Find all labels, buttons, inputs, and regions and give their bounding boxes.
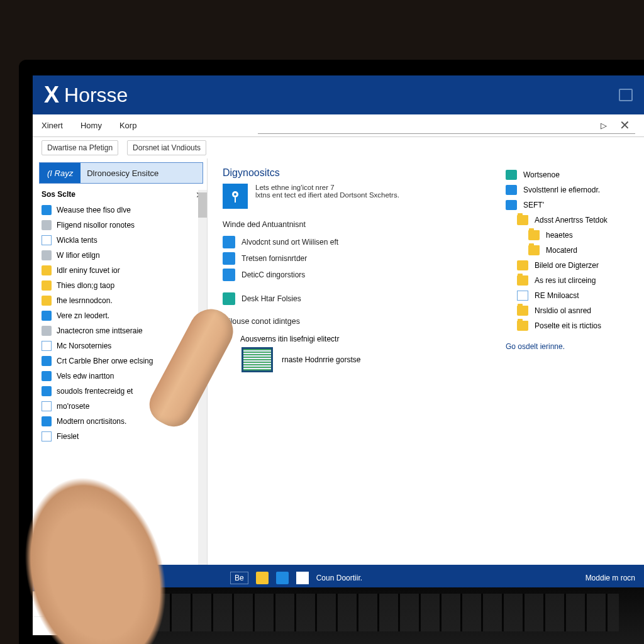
right-panel-item[interactable]: Mocaterd xyxy=(506,243,638,258)
right-panel: WortsenoeSvolsttenrl ie efiernodr.SEFT'A… xyxy=(506,167,638,558)
right-panel-item[interactable]: Nrsldio ol asnred xyxy=(506,303,638,318)
right-panel-item[interactable]: As res iut clirceing xyxy=(506,273,638,288)
right-panel-item-label: Bileld ore Digterzer xyxy=(535,261,599,270)
folder-icon xyxy=(517,291,528,301)
hero-line: Lets ethne ing'icot nrer 7 xyxy=(255,184,399,191)
link-item[interactable]: Alvodcnt sund ort Wiilisen eft xyxy=(223,234,487,250)
sidebar-tab[interactable]: Dlronoesicy Ensitce xyxy=(80,169,165,178)
right-panel-item[interactable]: SEFT' xyxy=(506,197,638,213)
sidebar-item-label: Fieslet xyxy=(57,432,79,441)
sidebar-item[interactable]: Fligend nisollor ronotes xyxy=(39,218,207,233)
sidebar-item-label: Idlr eniny fcuvet ior xyxy=(57,266,120,275)
breadcrumb: Dwartise na Pfetign Dorsnet iat Vndiouts xyxy=(33,137,644,158)
sidebar-item-icon xyxy=(42,311,52,321)
sidebar-item[interactable]: Vere zn leodert. xyxy=(39,308,207,323)
sidebar-item[interactable]: Fieslet xyxy=(39,429,207,444)
right-panel-item[interactable]: RE Mniloacst xyxy=(506,288,638,303)
taskbar-icon[interactable] xyxy=(296,572,309,584)
page-title: Digynoositcs xyxy=(223,167,487,179)
taskbar-icon[interactable] xyxy=(256,572,269,584)
sidebar-item[interactable]: W lifior etilgn xyxy=(39,248,207,263)
sidebar-item[interactable]: Idlr eniny fcuvet ior xyxy=(39,263,207,278)
titlebar: X Horsse xyxy=(33,75,644,114)
right-panel-item[interactable]: Bileld ore Digterzer xyxy=(506,258,638,273)
right-panel-item-label: heaetes xyxy=(546,231,573,240)
sidebar-item[interactable]: Jnactecron sme inttseraie xyxy=(39,323,207,338)
sidebar-item-icon xyxy=(42,356,52,366)
right-panel-item-label: Adsst Anertrss Tetdok xyxy=(535,216,608,225)
sidebar-item-icon xyxy=(42,220,52,230)
subsection-title: Gilouse conot idintges xyxy=(223,317,487,326)
menubar: Xinert Homy Korp ▷ ✕ xyxy=(33,114,644,137)
window-control-icon[interactable] xyxy=(619,89,633,101)
sidebar-item-label: Vere zn leodert. xyxy=(57,311,109,321)
chip-icon xyxy=(242,347,273,372)
right-panel-item-label: Svolsttenrl ie efiernodr. xyxy=(523,186,600,194)
main-content: Digynoositcs Lets ethne ing'icot nrer 7 … xyxy=(223,167,487,558)
link-item[interactable]: Aousverns itin lisefnigi elitectr xyxy=(240,331,487,347)
right-panel-item[interactable]: Poselte eit is rtictios xyxy=(506,318,638,333)
right-panel-link[interactable]: Go osdelt ierinne. xyxy=(506,342,638,351)
app-name: Horsse xyxy=(64,84,128,107)
app-logo: X Horsse xyxy=(44,82,128,108)
sidebar-item-icon xyxy=(42,326,52,336)
sidebar-tabs: (I Rayz Dlronoesicy Ensitce xyxy=(39,162,203,184)
menu-item[interactable]: Homy xyxy=(80,121,102,130)
sidebar-item-icon xyxy=(42,341,52,351)
right-panel-item[interactable]: Wortsenoe xyxy=(506,167,638,182)
folder-icon xyxy=(517,306,528,316)
sidebar-item-icon xyxy=(42,431,52,441)
scrollbar-thumb[interactable] xyxy=(198,192,207,218)
sidebar-item-icon xyxy=(42,371,52,381)
right-panel-item-label: Poselte eit is rtictios xyxy=(535,321,601,330)
sidebar-item-label: Weause thee fiso dlve xyxy=(57,206,131,215)
folder-icon xyxy=(528,245,540,255)
sidebar-item[interactable]: Weause thee fiso dlve xyxy=(39,203,207,218)
sidebar-tab-active[interactable]: (I Rayz xyxy=(40,163,80,183)
folder-icon xyxy=(506,200,517,210)
laptop-keyboard xyxy=(126,587,644,644)
breadcrumb-item[interactable]: Dwartise na Pfetign xyxy=(42,140,118,155)
sidebar-item-label: Jnactecron sme inttseraie xyxy=(57,326,143,336)
tile-icon xyxy=(223,269,235,281)
right-panel-item[interactable]: Adsst Anertrss Tetdok xyxy=(506,213,638,228)
cursor-icon: ▷ xyxy=(601,121,607,130)
folder-icon xyxy=(517,321,528,331)
sidebar-section-label: Sos Sclte xyxy=(39,184,207,203)
breadcrumb-item[interactable]: Dorsnet iat Vndiouts xyxy=(127,140,206,155)
link-item[interactable]: Tretsen fornisnrtder xyxy=(223,250,487,267)
sidebar-item-icon xyxy=(42,280,52,291)
link-item[interactable]: rnaste Hodnrrie gorstse xyxy=(282,355,360,364)
menu-item[interactable]: Xinert xyxy=(42,121,63,130)
menu-item[interactable]: Korp xyxy=(119,121,136,130)
sidebar-item-icon xyxy=(42,401,52,411)
link-item[interactable]: Desk Htar Folsies xyxy=(223,291,487,307)
hero-line: lxtns ent tect ed ifiert ated Dortsont S… xyxy=(255,191,399,199)
sidebar-item-label: fhe lesrnnodcon. xyxy=(57,296,113,306)
sidebar-item-icon xyxy=(42,386,52,396)
folder-icon xyxy=(506,170,517,180)
sidebar-item-label: soudols frentecreidg et xyxy=(57,387,133,396)
sidebar-item-label: W lifior etilgn xyxy=(57,251,100,260)
sidebar-item-label: Mc Norsoternies xyxy=(57,341,111,351)
right-panel-item[interactable]: heaetes xyxy=(506,228,638,243)
close-icon[interactable]: ✕ xyxy=(619,118,630,133)
taskbar-icon[interactable] xyxy=(276,572,289,584)
sidebar-item-icon xyxy=(42,205,52,215)
right-panel-item-label: Mocaterd xyxy=(546,246,577,255)
sidebar-item-label: Wickla tents xyxy=(57,236,97,245)
folder-icon xyxy=(528,230,540,240)
logo-mark: X xyxy=(44,82,59,108)
sidebar-item-icon xyxy=(42,265,52,275)
folder-icon xyxy=(517,275,528,286)
sidebar-item[interactable]: Wickla tents xyxy=(39,233,207,248)
sidebar-item-label: Thies dlon;g taop xyxy=(57,281,114,291)
sidebar-item[interactable]: Thies dlon;g taop xyxy=(39,278,207,293)
sidebar-item[interactable]: fhe lesrnnodcon. xyxy=(39,293,207,308)
status-text: Srletobcers xyxy=(42,600,80,609)
link-item[interactable]: DeticC dingorstiors xyxy=(223,267,487,283)
search-bar[interactable]: ▷ ✕ xyxy=(258,118,635,134)
sidebar-item-label: mo'rosete xyxy=(57,402,89,411)
taskbar-text: Coun Doortiir. xyxy=(316,574,362,582)
right-panel-item[interactable]: Svolsttenrl ie efiernodr. xyxy=(506,182,638,197)
